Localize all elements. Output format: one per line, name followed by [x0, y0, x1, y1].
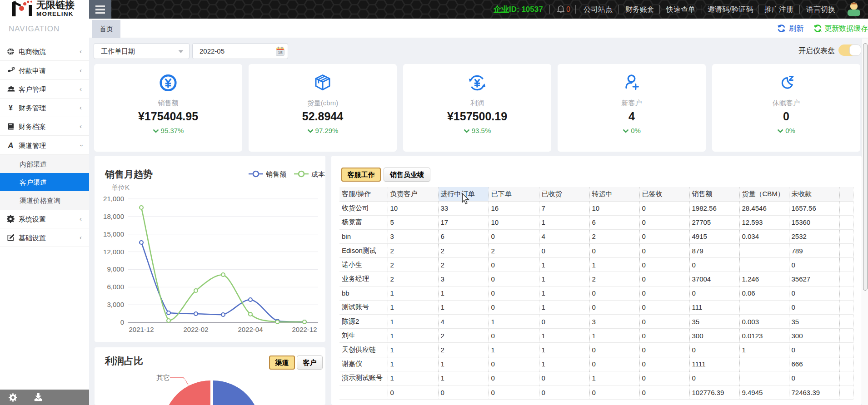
- svg-text:15: 15: [278, 50, 283, 55]
- svg-text:2022-12: 2022-12: [292, 326, 317, 333]
- svg-text:12,000: 12,000: [103, 248, 124, 256]
- svg-text:18,000: 18,000: [103, 212, 124, 220]
- svg-text:0: 0: [120, 318, 124, 326]
- svg-text:A: A: [8, 142, 14, 149]
- svg-text:21,000: 21,000: [103, 195, 124, 202]
- svg-text:15,000: 15,000: [103, 230, 124, 238]
- svg-text:其它: 其它: [156, 374, 170, 381]
- svg-text:2021-12: 2021-12: [129, 326, 154, 333]
- svg-text:销售额: 销售额: [265, 170, 286, 178]
- svg-text:单位K: 单位K: [111, 183, 130, 191]
- svg-text:3,000: 3,000: [107, 301, 124, 308]
- svg-text:6,000: 6,000: [107, 283, 124, 291]
- svg-text:无限链接: 无限链接: [36, 0, 75, 10]
- svg-text:¥: ¥: [9, 104, 13, 112]
- svg-text:9,000: 9,000: [107, 265, 124, 273]
- svg-text:2022-02: 2022-02: [183, 326, 208, 333]
- svg-text:MORELINK: MORELINK: [36, 10, 74, 17]
- svg-text:2022-04: 2022-04: [238, 326, 263, 333]
- svg-text:成本: 成本: [311, 170, 325, 178]
